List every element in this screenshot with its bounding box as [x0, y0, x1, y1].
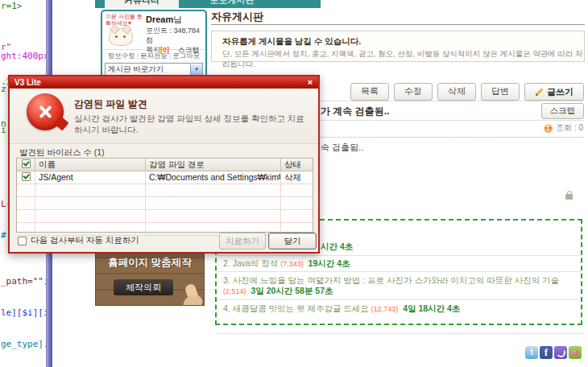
- page-title: 자유게시판: [211, 10, 263, 24]
- page: r=1> r" ght:400px .1 z n i. L( # _path="…: [0, 0, 588, 367]
- list-item[interactable]: 4. 새콤달콤 맛있는 햇 제주감귤 드세요 (12,743) 4일 18시간 …: [217, 300, 581, 316]
- virus-path: C:₩Documents and Settings₩kim₩Loc...: [146, 171, 281, 184]
- code-line: ght:400px: [1, 51, 49, 61]
- tab-community[interactable]: 커뮤니티: [105, 0, 179, 8]
- auto-clean-checkbox[interactable]: [18, 237, 27, 245]
- tab-photo-board[interactable]: 포토게시판: [192, 0, 272, 8]
- post-body-text: 속 검출됨..: [321, 142, 363, 154]
- item-time: 3일 20시간 58분 57초: [251, 286, 333, 295]
- table-row: [17, 184, 313, 197]
- select-all-checkbox[interactable]: [22, 159, 31, 168]
- row-checkbox[interactable]: [22, 172, 31, 181]
- code-line: _path="";: [1, 276, 49, 287]
- board-notice-box: 자유롭게 게시물을 남길 수 있습니다. 단, 모든 게시판에서 정치, 종교,…: [211, 31, 585, 62]
- chevron-down-icon[interactable]: ▼: [190, 64, 202, 75]
- notice-main: 자유롭게 게시물을 남길 수 있습니다.: [222, 36, 584, 47]
- code-line: r=1>: [1, 1, 23, 11]
- select-value: 게시판 바로가기: [106, 64, 190, 75]
- clean-button[interactable]: 치료하기: [219, 233, 266, 249]
- code-fragment: #: [1, 230, 6, 241]
- virus-table: 이름 감염 파일 경로 상태 JS/Agent C:₩Documents and…: [16, 158, 313, 233]
- close-button[interactable]: 닫기: [268, 233, 317, 249]
- tab-bar: 커뮤니티 포토게시판: [95, 0, 321, 8]
- pointing-hand-icon: [184, 283, 201, 305]
- item-time: 19시간 4초: [308, 258, 350, 268]
- me2day-icon[interactable]: [554, 346, 567, 359]
- footer-divider: [215, 333, 585, 334]
- social-share-bar: t f: [525, 346, 582, 359]
- user-points: 포인트 : 348,784점: [146, 26, 202, 45]
- dialog-description: 실시간 검사가 발견한 감염 파일의 상세 정보를 확인하고 치료하시기 바랍니…: [74, 113, 312, 135]
- edit-info-link[interactable]: 정보수정: [108, 52, 135, 60]
- list-item[interactable]: 3. 사진에 느낌을 담는 여덟가지 방법 : 프로 사진가 스가와라 이치고의…: [217, 272, 579, 300]
- logout-link[interactable]: 로그아웃: [172, 52, 200, 60]
- post-title-row: 가 계속 검출됨.. 스크랩: [321, 101, 584, 121]
- close-icon[interactable]: ×: [305, 76, 315, 88]
- banner-order-button[interactable]: 제작의뢰: [114, 279, 173, 295]
- heart-icon: ♥: [128, 20, 131, 26]
- auto-clean-option[interactable]: 다음 검사부터 자동 치료하기: [18, 235, 139, 246]
- item-title: 3. 사진에 느낌을 담는 여덟가지 방법 : 프로 사진가 스가와라 이치고의…: [223, 275, 559, 285]
- v3-lite-dialog: V3 Lite × 감염된 파일 발견 실시간 검사가 발견한 감염 파일의 상…: [8, 75, 320, 254]
- table-row[interactable]: JS/Agent C:₩Documents and Settings₩kim₩L…: [17, 171, 313, 184]
- cyworld-icon[interactable]: [569, 346, 582, 359]
- table-row: [17, 210, 313, 223]
- dialog-header: 감염된 파일 발견 실시간 검사가 발견한 감염 파일의 상세 정보를 확인하고…: [10, 89, 318, 144]
- twitter-icon[interactable]: t: [525, 346, 538, 359]
- scrap-button[interactable]: 스크랩: [541, 103, 585, 119]
- item-title: 4. 새콤달콤 맛있는 햇 제주감귤 드세요: [223, 303, 369, 313]
- column-header-path: 감염 파일 경로: [146, 159, 281, 171]
- auto-clean-label: 다음 검사부터 자동 치료하기: [31, 235, 139, 246]
- virus-count-label: 발견된 바이러스 수 (1): [19, 147, 105, 159]
- virus-alert-icon: [27, 93, 64, 130]
- profile-links: 정보수정|문자전송|로그아웃: [102, 49, 205, 62]
- views-row: 조회 : 0: [544, 122, 583, 134]
- post-title: 가 계속 검출됨..: [321, 105, 389, 118]
- notice-sub: 단, 모든 게시판에서 정치, 종교, 지역색, 광고, 혐오, 선정, 비방등…: [222, 49, 584, 70]
- profile-info: Dream님 포인트 : 348,784점 쪽지[0] 스크랩: [143, 14, 202, 47]
- dialog-title: 감염된 파일 발견: [74, 97, 147, 111]
- banner-title: 홈페이지 맞춤제작: [96, 256, 204, 270]
- column-header-status: 상태: [281, 159, 313, 171]
- item-time: 4일 18시간 4초: [403, 303, 460, 313]
- virus-name: JS/Agent: [35, 171, 146, 184]
- photo-register-hint: 기본 사진을 등록하세요: [106, 14, 143, 26]
- list-button[interactable]: 목록: [350, 83, 389, 101]
- table-row: [17, 197, 313, 210]
- profile-box: 기본 사진을 등록하세요♥ Dream님 포인트 : 348,784점 쪽지[0…: [101, 10, 207, 79]
- view-count: 조회 : 0: [556, 122, 583, 134]
- post-toolbar: 목록 수정 삭제 답변 글쓰기: [350, 83, 584, 101]
- pencil-icon: [536, 88, 544, 96]
- title-divider: [211, 24, 585, 25]
- name-suffix: 님: [173, 14, 182, 24]
- code-block: _path=""; le][$i][i ge_type]; ='2' || $ …: [1, 255, 49, 367]
- code-line: le][$i][i: [1, 307, 49, 318]
- sms-link[interactable]: 문자전송: [140, 52, 168, 60]
- item-time: 시간 4초: [321, 241, 353, 253]
- item-count: (2,514): [223, 287, 246, 295]
- facebook-icon[interactable]: f: [540, 346, 553, 359]
- list-item[interactable]: 2. Java의 정석 (7,343) 19시간 4초: [217, 256, 581, 272]
- delete-button[interactable]: 삭제: [437, 83, 476, 101]
- dialog-window-title: V3 Lite: [14, 78, 41, 87]
- profile-top: 기본 사진을 등록하세요♥ Dream님 포인트 : 348,784점 쪽지[0…: [102, 11, 205, 49]
- dialog-titlebar[interactable]: V3 Lite ×: [10, 76, 318, 89]
- edit-button[interactable]: 수정: [394, 83, 433, 101]
- item-count: (7,343): [280, 260, 304, 268]
- item-title: 2. Java의 정석: [223, 258, 278, 268]
- user-name: Dream: [146, 14, 173, 24]
- virus-status: 삭제: [281, 171, 313, 184]
- table-header-row: 이름 감염 파일 경로 상태: [17, 159, 313, 171]
- emoticon-face-icon: [544, 124, 553, 133]
- column-header-name: 이름: [35, 159, 146, 171]
- write-button[interactable]: 글쓰기: [524, 83, 584, 101]
- post-divider: [321, 137, 584, 138]
- reply-button[interactable]: 답변: [481, 83, 520, 101]
- profile-photo[interactable]: 기본 사진을 등록하세요♥: [106, 14, 143, 47]
- code-line: ge_type];: [1, 339, 49, 349]
- lock-icon: [565, 194, 573, 200]
- item-count: (12,743): [371, 305, 399, 313]
- cat-avatar: [109, 28, 133, 46]
- code-fragment: z: [1, 84, 6, 94]
